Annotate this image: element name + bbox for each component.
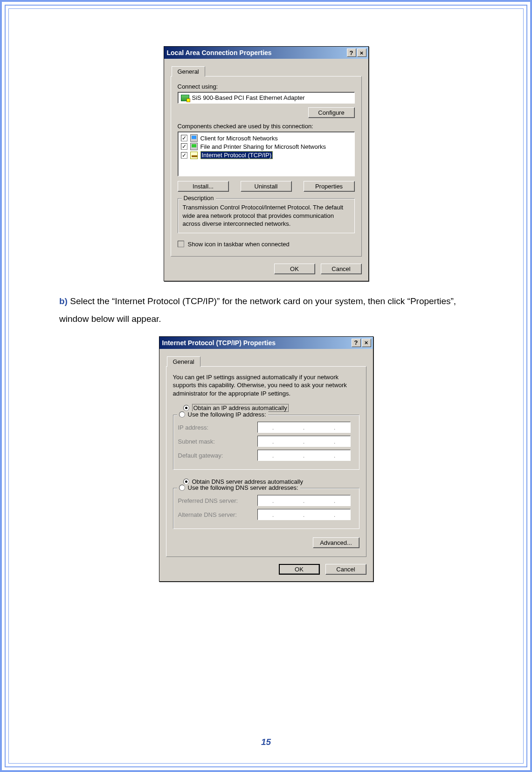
default-gateway-label: Default gateway: (178, 452, 257, 459)
protocol-icon (190, 152, 198, 159)
ok-button-label: OK (295, 566, 304, 573)
titlebar: Local Area Connection Properties ? × (164, 47, 368, 59)
cancel-button-label: Cancel (336, 566, 355, 573)
show-icon-label: Show icon in taskbar when connected (188, 241, 290, 248)
instruction-body: Select the “Internet Protocol (TCP/IP)” … (59, 296, 456, 324)
radio-use-dns-label: Use the following DNS server addresses: (188, 484, 298, 491)
close-button[interactable]: × (362, 339, 371, 347)
use-dns-group: Use the following DNS server addresses: … (173, 488, 359, 529)
components-label: Components checked are used by this conn… (178, 123, 355, 130)
component-item[interactable]: ✓ File and Printer Sharing for Microsoft… (181, 142, 352, 151)
ip-address-label: IP address: (178, 424, 257, 431)
ok-button[interactable]: OK (274, 264, 315, 274)
radio-use-dns[interactable] (179, 485, 185, 491)
preferred-dns-input[interactable]: ... (257, 495, 351, 506)
description-group: Description Transmission Control Protoco… (178, 198, 355, 233)
checkbox-icon[interactable]: ✓ (181, 135, 187, 141)
uninstall-button[interactable]: Uninstall (241, 181, 292, 192)
adapter-box: SiS 900-Based PCI Fast Ethernet Adapter (178, 92, 355, 104)
component-label-selected: Internet Protocol (TCP/IP) (200, 151, 273, 159)
component-item[interactable]: ✓ Client for Microsoft Networks (181, 134, 352, 142)
checkbox-icon[interactable]: ✓ (181, 152, 187, 159)
tcpip-properties-dialog: Internet Protocol (TCP/IP) Properties ? … (159, 336, 373, 582)
configure-button-label: Configure (318, 109, 344, 116)
dialog-title: Internet Protocol (TCP/IP) Properties (162, 339, 276, 347)
close-button[interactable]: × (357, 49, 366, 57)
preferred-dns-label: Preferred DNS server: (178, 497, 257, 504)
description-text: Transmission Control Protocol/Internet P… (183, 203, 350, 228)
help-button[interactable]: ? (352, 339, 361, 347)
connect-using-label: Connect using: (178, 83, 355, 90)
page-outer-border: Local Area Connection Properties ? × Gen… (0, 0, 532, 772)
alternate-dns-label: Alternate DNS server: (178, 511, 257, 518)
checkbox-icon[interactable]: ✓ (181, 143, 187, 150)
subnet-mask-input[interactable]: ... (257, 436, 351, 447)
configure-button[interactable]: Configure (308, 107, 355, 118)
intro-text: You can get IP settings assigned automat… (173, 373, 359, 398)
lan-properties-dialog: Local Area Connection Properties ? × Gen… (164, 46, 369, 281)
alternate-dns-input[interactable]: ... (257, 509, 351, 520)
instruction-text: b) Select the “Internet Protocol (TCP/IP… (59, 292, 477, 328)
tab-general-label: General (173, 358, 194, 365)
component-label: Client for Microsoft Networks (200, 135, 278, 142)
titlebar: Internet Protocol (TCP/IP) Properties ? … (159, 337, 373, 349)
ok-button[interactable]: OK (279, 564, 320, 575)
install-button-label: Install... (193, 183, 214, 190)
properties-button-label: Properties (315, 183, 343, 190)
step-label: b) (59, 296, 68, 306)
description-legend: Description (182, 195, 216, 202)
subnet-mask-label: Subnet mask: (178, 438, 257, 445)
radio-icon (183, 405, 189, 411)
default-gateway-input[interactable]: ... (257, 450, 351, 461)
components-listbox[interactable]: ✓ Client for Microsoft Networks ✓ File a… (178, 132, 355, 176)
help-button[interactable]: ? (347, 49, 356, 57)
uninstall-button-label: Uninstall (255, 183, 278, 190)
show-icon-checkbox[interactable] (178, 241, 184, 247)
adapter-name: SiS 900-Based PCI Fast Ethernet Adapter (192, 94, 305, 101)
cancel-button[interactable]: Cancel (325, 564, 366, 575)
radio-use-ip-label: Use the following IP address: (188, 411, 266, 418)
cancel-button[interactable]: Cancel (321, 264, 362, 274)
install-button[interactable]: Install... (178, 181, 229, 192)
page-number: 15 (9, 737, 523, 747)
component-item[interactable]: ✓ Internet Protocol (TCP/IP) (181, 151, 352, 160)
tab-general[interactable]: General (172, 66, 205, 77)
network-adapter-icon (181, 95, 189, 101)
page-content: Local Area Connection Properties ? × Gen… (8, 8, 524, 764)
component-label: File and Printer Sharing for Microsoft N… (200, 143, 326, 150)
dialog-title: Local Area Connection Properties (167, 49, 272, 56)
client-icon (190, 134, 198, 142)
properties-button[interactable]: Properties (304, 181, 355, 192)
advanced-button-label: Advanced... (320, 539, 352, 546)
ip-address-input[interactable]: ... (257, 422, 351, 433)
radio-use-ip[interactable] (179, 411, 185, 417)
advanced-button[interactable]: Advanced... (313, 537, 359, 548)
tab-general[interactable]: General (167, 356, 200, 367)
ok-button-label: OK (290, 265, 299, 272)
share-icon (190, 143, 198, 150)
tab-general-label: General (178, 68, 199, 75)
cancel-button-label: Cancel (332, 265, 350, 272)
use-ip-group: Use the following IP address: IP address… (173, 415, 359, 470)
page-mid-border: Local Area Connection Properties ? × Gen… (5, 5, 527, 767)
